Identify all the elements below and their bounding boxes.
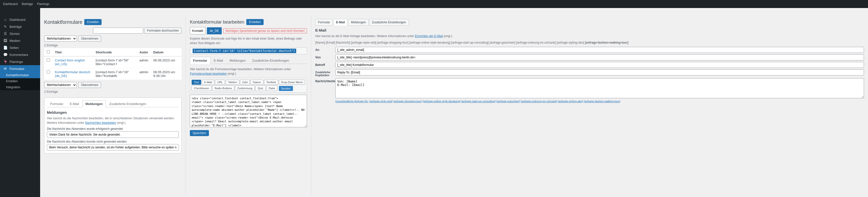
tab-email-edit[interactable]: E-Mail bbox=[210, 57, 226, 64]
nachricht-textarea[interactable]: Von: [Name] E-Mail: [Email] bbox=[335, 78, 864, 98]
search-input[interactable] bbox=[93, 28, 143, 34]
tool-radio[interactable]: Radio-Buttons bbox=[212, 86, 234, 91]
tab-zusaetzlich-bottom[interactable]: Zusätzliche Einstellungen bbox=[106, 100, 149, 107]
edit-create-button[interactable]: Erstellen bbox=[246, 19, 264, 25]
tool-datei[interactable]: Datei bbox=[266, 86, 277, 91]
create-button-top[interactable]: Erstellen bbox=[84, 19, 101, 25]
email-betreff-input[interactable] bbox=[335, 62, 864, 68]
col-autor[interactable]: Autor bbox=[137, 48, 151, 56]
bulk-actions-select-bottom[interactable]: Mehrfachaktionen bbox=[44, 82, 77, 88]
email-an-input[interactable] bbox=[335, 47, 864, 53]
edit-title-text: Kontaktformular bearbeiten bbox=[190, 20, 244, 25]
anfrage-link-online[interactable]: [anfrage-online-style-beratung] bbox=[423, 100, 461, 103]
tool-checkboxen[interactable]: Checkboxen bbox=[192, 86, 211, 91]
tool-email[interactable]: E-Mail bbox=[202, 80, 214, 85]
email-help-link[interactable]: Einrichten der E-Mail bbox=[415, 34, 443, 38]
right-tab-zusaetzlich[interactable]: Zusätzliche Einstellungen bbox=[369, 19, 409, 26]
sidebar-sub-label: Integration bbox=[6, 86, 20, 89]
admin-bar: Dashboard Beiträge Flamingo bbox=[0, 0, 868, 8]
row-checkbox-2[interactable] bbox=[46, 70, 50, 73]
mail-icon: ✉ bbox=[3, 67, 7, 71]
tab-formular-edit[interactable]: Formular bbox=[190, 57, 210, 64]
sidebar-item-kommentare[interactable]: 💬 Kommentare bbox=[0, 51, 40, 58]
email-von-input[interactable] bbox=[335, 55, 864, 60]
admin-bar-flamingo[interactable]: Flamingo bbox=[37, 2, 49, 6]
title-row: de_DE Wichtiges Sprachkürzel genau so la… bbox=[190, 27, 307, 34]
admin-bar-dashboard[interactable]: Dashboard bbox=[3, 2, 18, 6]
col-titel[interactable]: Titel bbox=[53, 48, 93, 56]
form-link-1[interactable]: Contact form english (en_US) bbox=[55, 58, 85, 66]
shortcode-cell-2: [contact-form-7 id="16" title="Kontaktfc bbox=[93, 68, 137, 80]
success-message-input[interactable] bbox=[47, 131, 179, 138]
admin-bar-beitraege[interactable]: Beiträge bbox=[22, 2, 33, 6]
tab-meldungen-bottom[interactable]: Meldungen bbox=[82, 100, 106, 107]
sidebar-sub-kontaktformulare[interactable]: Kontaktformulare bbox=[0, 72, 40, 78]
tool-datum[interactable]: Datum bbox=[251, 80, 263, 85]
anfrage-link-gutschein[interactable]: [anfrage-gutschein] bbox=[496, 100, 520, 103]
email-betreff-label: Betreff bbox=[315, 62, 335, 67]
form-code-editor[interactable]: <div class="contact_fieldset contact_fie… bbox=[190, 95, 307, 127]
tab-meldungen-edit[interactable]: Meldungen bbox=[226, 57, 249, 64]
row-checkbox-1[interactable] bbox=[46, 58, 50, 62]
datum-cell-2: 08.05.2023 um 9:39 Uhr bbox=[151, 68, 182, 80]
sidebar-item-label: Dashboard bbox=[9, 18, 26, 22]
sidebar-menu: ⌂ Dashboard ✎ Beiträge ☰ Stories 🖼 Medie… bbox=[0, 16, 40, 72]
anfrage-link-unverbindlich[interactable]: Unverbindliche Anfrage für: bbox=[335, 100, 369, 103]
sidebar-item-seiten[interactable]: 📄 Seiten bbox=[0, 44, 40, 51]
sidebar-item-beitraege[interactable]: ✎ Beiträge bbox=[0, 23, 40, 30]
sidebar-sub-erstellen[interactable]: Erstellen bbox=[0, 78, 40, 84]
right-tab-meldungen[interactable]: Meldungen bbox=[348, 19, 368, 26]
datum-cell-1: 06.06.2023 um bbox=[151, 56, 182, 68]
anfrage-link-shopping[interactable]: [anfrage-shopping-tour] bbox=[393, 100, 422, 103]
sidebar-item-medien[interactable]: 🖼 Medien bbox=[0, 37, 40, 44]
tool-url[interactable]: URL bbox=[215, 80, 225, 85]
dashboard-icon: ⌂ bbox=[3, 18, 7, 22]
tool-dropdown[interactable]: Drop-Down Menü bbox=[279, 80, 305, 85]
sidebar-item-stories[interactable]: ☰ Stories bbox=[0, 30, 40, 37]
select-all-checkbox[interactable] bbox=[46, 50, 50, 54]
email-kopf-label: Zusätzliche Kopfzeilen bbox=[315, 69, 335, 77]
tool-text[interactable]: Text bbox=[192, 80, 201, 85]
sidebar-item-flamingo[interactable]: 🦩 Flamingo bbox=[0, 58, 40, 65]
tab-email-bottom[interactable]: E-Mail bbox=[66, 100, 82, 107]
tool-telefon[interactable]: Telefon bbox=[226, 80, 239, 85]
right-tab-formular[interactable]: Formular bbox=[315, 19, 333, 26]
anfrage-link-styling[interactable]: [anfrage-styling-abo] bbox=[558, 100, 583, 103]
warning-text: Wichtiges Sprachkürzel genau so lassen u… bbox=[223, 28, 307, 33]
anfrage-link-fashion[interactable]: [anfrage-fashion-walking-tour] bbox=[584, 100, 620, 103]
right-tab-email[interactable]: E-Mail bbox=[333, 19, 348, 26]
sidebar-item-formulare[interactable]: ✉ Formulare bbox=[0, 65, 40, 72]
tool-zustimmung[interactable]: Zustimmung bbox=[235, 86, 255, 91]
email-kopf-input[interactable] bbox=[335, 69, 864, 75]
sidebar-submenu: Kontaktformulare Erstellen Integration bbox=[0, 72, 40, 90]
anfrage-link-startup[interactable]: [anfrage-start-up-consulting] bbox=[461, 100, 496, 103]
tool-quiz[interactable]: Quiz bbox=[255, 86, 266, 91]
tool-zahl[interactable]: Zahl bbox=[240, 80, 250, 85]
sidebar-sub-integration[interactable]: Integration bbox=[0, 84, 40, 90]
sidebar-item-dashboard[interactable]: ⌂ Dashboard bbox=[0, 16, 40, 23]
anfrage-link-style[interactable]: [anfrage-style-visit] bbox=[369, 100, 393, 103]
col-datum[interactable]: Datum bbox=[151, 48, 182, 56]
page-title-text: Kontaktformulare bbox=[44, 19, 82, 25]
apply-button[interactable]: Übernehmen bbox=[78, 36, 101, 42]
col-shortcode[interactable]: Shortcode bbox=[93, 48, 137, 56]
sidebar-item-label: Flamingo bbox=[9, 60, 23, 64]
formularvorlage-link[interactable]: Formularvorlage bearbeiten bbox=[190, 72, 227, 75]
panel-edit: Kontaktformular bearbeiten Erstellen de_… bbox=[186, 16, 311, 197]
nachrichten-link[interactable]: Nachrichten bearbeiten bbox=[85, 121, 116, 125]
email-von-value bbox=[335, 55, 864, 60]
save-button[interactable]: Speichern bbox=[190, 130, 209, 136]
tool-textfeld[interactable]: Textfeld bbox=[264, 80, 278, 85]
form-title-input[interactable] bbox=[190, 27, 206, 34]
form-link-2[interactable]: Kontaktformular deutsch (de_DE) bbox=[55, 70, 90, 78]
apply-button-bottom[interactable]: Übernehmen bbox=[78, 82, 101, 88]
anfrage-link-ordnung[interactable]: [anfrage-ordnung-im-schrank] bbox=[521, 100, 557, 103]
autor-cell-2: admin bbox=[137, 68, 151, 80]
tab-zusaetzlich-edit[interactable]: Zusätzliche Einstellungen bbox=[249, 57, 292, 64]
tab-formular-bottom[interactable]: Formular bbox=[47, 100, 66, 107]
tool-senden[interactable]: Senden bbox=[279, 86, 293, 91]
bulk-actions-select[interactable]: Mehrfachaktionen bbox=[44, 36, 77, 42]
email-field-nachricht: Nachrichtentext Von: [Name] E-Mail: [Ema… bbox=[315, 78, 864, 104]
search-button[interactable]: Formulare durchsuchen bbox=[144, 28, 182, 34]
error-message-input[interactable] bbox=[47, 144, 179, 151]
